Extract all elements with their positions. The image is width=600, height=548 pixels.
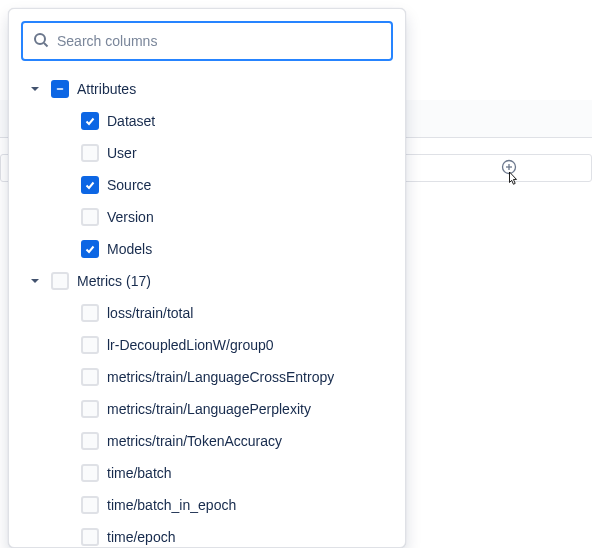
checkbox-unchecked[interactable] — [81, 464, 99, 482]
item-label: User — [107, 145, 137, 161]
search-box[interactable] — [21, 21, 393, 61]
checkbox-unchecked[interactable] — [81, 336, 99, 354]
checkbox-unchecked[interactable] — [81, 528, 99, 546]
item-label: loss/train/total — [107, 305, 193, 321]
item-label: lr-DecoupledLionW/group0 — [107, 337, 274, 353]
list-item[interactable]: loss/train/total — [21, 297, 393, 329]
list-item[interactable]: lr-DecoupledLionW/group0 — [21, 329, 393, 361]
search-input[interactable] — [57, 33, 381, 49]
checkbox-unchecked[interactable] — [81, 496, 99, 514]
list-item[interactable]: Models — [21, 233, 393, 265]
checkbox-unchecked[interactable] — [81, 400, 99, 418]
list-item[interactable]: Source — [21, 169, 393, 201]
column-tree: Attributes Dataset User Source Version — [9, 73, 405, 548]
checkbox-unchecked[interactable] — [81, 368, 99, 386]
column-picker-panel: Attributes Dataset User Source Version — [8, 8, 406, 548]
group-label: Metrics (17) — [77, 273, 151, 289]
checkbox-unchecked[interactable] — [51, 272, 69, 290]
checkbox-indeterminate[interactable] — [51, 80, 69, 98]
item-label: time/batch_in_epoch — [107, 497, 236, 513]
list-item[interactable]: metrics/train/LanguagePerplexity — [21, 393, 393, 425]
chevron-down-icon — [27, 81, 43, 97]
checkbox-unchecked[interactable] — [81, 304, 99, 322]
checkbox-checked[interactable] — [81, 112, 99, 130]
list-item[interactable]: time/batch — [21, 457, 393, 489]
checkbox-checked[interactable] — [81, 176, 99, 194]
item-label: Source — [107, 177, 151, 193]
list-item[interactable]: User — [21, 137, 393, 169]
checkbox-checked[interactable] — [81, 240, 99, 258]
checkbox-unchecked[interactable] — [81, 432, 99, 450]
svg-line-4 — [44, 43, 48, 47]
item-label: time/batch — [107, 465, 172, 481]
item-label: Version — [107, 209, 154, 225]
checkbox-unchecked[interactable] — [81, 208, 99, 226]
add-column-button[interactable] — [501, 159, 517, 175]
group-row-metrics[interactable]: Metrics (17) — [21, 265, 393, 297]
list-item[interactable]: time/batch_in_epoch — [21, 489, 393, 521]
group-label: Attributes — [77, 81, 136, 97]
item-label: metrics/train/LanguageCrossEntropy — [107, 369, 334, 385]
item-label: metrics/train/LanguagePerplexity — [107, 401, 311, 417]
checkbox-unchecked[interactable] — [81, 144, 99, 162]
item-label: metrics/train/TokenAccuracy — [107, 433, 282, 449]
item-label: Dataset — [107, 113, 155, 129]
search-icon — [33, 32, 49, 51]
chevron-down-icon — [27, 273, 43, 289]
list-item[interactable]: metrics/train/LanguageCrossEntropy — [21, 361, 393, 393]
svg-rect-5 — [57, 88, 64, 90]
list-item[interactable]: Dataset — [21, 105, 393, 137]
list-item[interactable]: time/epoch — [21, 521, 393, 548]
item-label: Models — [107, 241, 152, 257]
list-item[interactable]: Version — [21, 201, 393, 233]
item-label: time/epoch — [107, 529, 175, 545]
list-item[interactable]: metrics/train/TokenAccuracy — [21, 425, 393, 457]
svg-point-3 — [35, 34, 45, 44]
group-row-attributes[interactable]: Attributes — [21, 73, 393, 105]
